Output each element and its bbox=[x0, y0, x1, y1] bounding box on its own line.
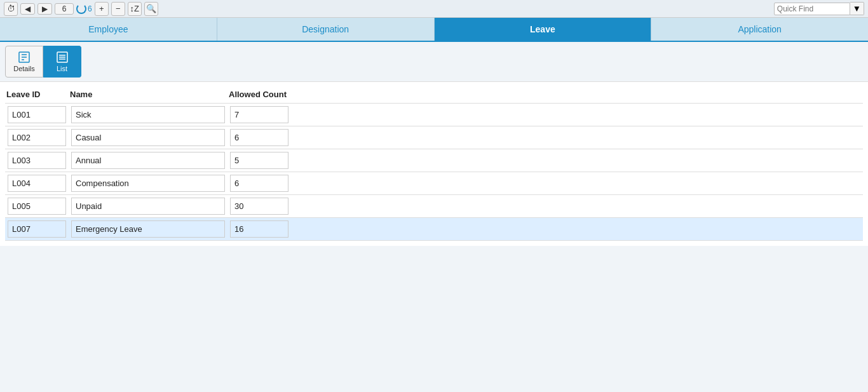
nav-back-button[interactable]: ◀ bbox=[20, 3, 35, 15]
cell-id: L002 bbox=[5, 126, 69, 149]
col-allowed-count: Allowed Count bbox=[229, 90, 292, 99]
table-row[interactable]: L004 Compensation 6 bbox=[5, 172, 863, 194]
table-row[interactable]: L005 Unpaid 30 bbox=[5, 194, 863, 217]
tab-application[interactable]: Application bbox=[651, 18, 868, 41]
col-name: Name bbox=[70, 90, 229, 99]
search-icon[interactable]: 🔍 bbox=[144, 2, 158, 16]
table-row[interactable]: L003 Annual 5 bbox=[5, 149, 863, 172]
table-row[interactable]: L001 Sick 7 bbox=[5, 103, 863, 126]
spinner-count: 6 bbox=[88, 4, 92, 13]
tab-designation[interactable]: Designation bbox=[217, 18, 435, 41]
toolbar: ⏱ ◀ ▶ 6 + − ↕Z 🔍 ▼ bbox=[0, 0, 868, 18]
cell-name: Compensation bbox=[69, 172, 227, 194]
cell-id: L004 bbox=[5, 172, 69, 194]
sort-icon[interactable]: ↕Z bbox=[128, 2, 142, 16]
cell-id: L001 bbox=[5, 104, 69, 126]
tab-employee[interactable]: Employee bbox=[0, 18, 217, 41]
cell-name: Unpaid bbox=[69, 195, 227, 217]
page-number-input[interactable] bbox=[55, 3, 74, 15]
details-icon bbox=[18, 51, 31, 64]
list-view-button[interactable]: List bbox=[43, 46, 81, 78]
table-row[interactable]: L007 Emergency Leave 16 bbox=[5, 217, 863, 241]
cell-count: 5 bbox=[227, 149, 291, 172]
spinner: 6 bbox=[76, 4, 92, 14]
cell-count: 16 bbox=[227, 218, 291, 240]
view-buttons: Details List bbox=[0, 42, 868, 82]
details-view-button[interactable]: Details bbox=[5, 46, 43, 78]
table-row[interactable]: L002 Casual 6 bbox=[5, 126, 863, 149]
cell-id: L007 bbox=[5, 218, 69, 240]
quick-find-input[interactable] bbox=[774, 3, 850, 15]
list-icon bbox=[56, 51, 69, 64]
cell-count: 6 bbox=[227, 172, 291, 194]
quick-find-wrapper: ▼ bbox=[774, 2, 864, 15]
cell-name: Annual bbox=[69, 149, 227, 172]
list-label: List bbox=[57, 65, 67, 72]
cell-id: L005 bbox=[5, 195, 69, 217]
tab-leave[interactable]: Leave bbox=[435, 18, 652, 41]
cell-name: Sick bbox=[69, 104, 227, 126]
col-leave-id: Leave ID bbox=[6, 90, 70, 99]
cell-name: Emergency Leave bbox=[69, 218, 227, 240]
tab-bar: Employee Designation Leave Application bbox=[0, 18, 868, 42]
remove-icon[interactable]: − bbox=[111, 2, 125, 16]
cell-count: 30 bbox=[227, 195, 291, 217]
cell-id: L003 bbox=[5, 149, 69, 172]
clock-icon[interactable]: ⏱ bbox=[4, 2, 18, 16]
cell-count: 7 bbox=[227, 104, 291, 126]
spinner-circle bbox=[76, 4, 86, 14]
cell-name: Casual bbox=[69, 126, 227, 149]
table-area: Leave ID Name Allowed Count L001 Sick 7 … bbox=[0, 82, 868, 246]
add-icon[interactable]: + bbox=[95, 2, 109, 16]
nav-forward-button[interactable]: ▶ bbox=[37, 3, 52, 15]
details-label: Details bbox=[13, 65, 35, 72]
table-header: Leave ID Name Allowed Count bbox=[5, 87, 863, 103]
cell-count: 6 bbox=[227, 126, 291, 149]
quick-find-dropdown[interactable]: ▼ bbox=[850, 2, 864, 15]
